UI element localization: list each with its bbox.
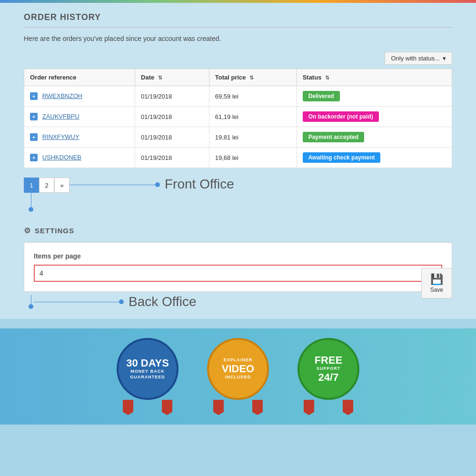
table-body: + RWEXBNZOH 01/19/2018 69,59 lei Deliver…: [24, 86, 452, 168]
settings-title: ⚙ SETTINGS: [24, 226, 452, 235]
table-cell-price: 19,81 lei: [209, 127, 297, 148]
expand-icon[interactable]: +: [30, 133, 38, 141]
badge-explainer: EXPLAINER VIDEO INCLUDED: [207, 338, 269, 415]
ribbon-left-3: [304, 400, 314, 415]
order-history-title: ORDER HISTORY: [24, 12, 452, 22]
table-cell-date: 01/19/2018: [135, 127, 209, 148]
badge-free: FREE: [315, 355, 343, 366]
intro-text: Here are the orders you've placed since …: [24, 35, 452, 42]
badges-section: 30 DAYS MONEY BACK GUARANTEED EXPLAINER …: [0, 328, 476, 425]
status-badge: On backorder (not paid): [303, 111, 379, 122]
table-header: Order reference Date ⇅ Total price ⇅ Sta…: [24, 69, 452, 86]
order-reference-link[interactable]: RWEXBNZOH: [42, 92, 82, 99]
items-per-page-input[interactable]: [34, 265, 442, 282]
connector-line-v2: [31, 295, 31, 304]
table-row: + RWEXBNZOH 01/19/2018 69,59 lei Deliver…: [24, 86, 452, 107]
table-cell-date: 01/19/2018: [135, 86, 209, 107]
table-cell-status: Payment accepted: [297, 127, 452, 148]
badge-circle-blue: 30 DAYS MONEY BACK GUARANTEED: [117, 338, 178, 400]
status-badge: Awaiting check payment: [303, 152, 381, 163]
pagination: 12»: [24, 178, 69, 193]
badge-included: INCLUDED: [225, 375, 251, 380]
pagination-area: 12» Front Office: [24, 178, 452, 212]
table-cell-status: On backorder (not paid): [297, 107, 452, 127]
badge-days: 30 DAYS: [126, 357, 169, 369]
table-cell-price: 61,19 lei: [209, 107, 297, 127]
col-header-reference: Order reference: [24, 69, 135, 86]
table-cell-status: Delivered: [297, 86, 452, 107]
sort-icon-status[interactable]: ⇅: [325, 75, 329, 81]
page-button-»[interactable]: »: [54, 178, 69, 193]
status-badge: Payment accepted: [303, 132, 364, 142]
table-cell-price: 69,59 lei: [209, 86, 297, 107]
page-button-2[interactable]: 2: [39, 178, 54, 193]
order-reference-link[interactable]: RINXFYWUY: [42, 133, 79, 140]
table-cell-status: Awaiting check payment: [297, 148, 452, 168]
connector-line-h2: [33, 302, 119, 302]
status-badge: Delivered: [303, 91, 340, 101]
back-office-connector: [24, 295, 33, 309]
badge-circle-green: FREE SUPPORT 24/7: [298, 338, 359, 400]
col-header-price: Total price ⇅: [209, 69, 297, 86]
chevron-down-icon: ▾: [443, 55, 446, 62]
table-cell-reference: + RINXFYWUY: [24, 127, 135, 148]
settings-box: Items per page: [24, 242, 452, 292]
front-office-label: Front Office: [165, 177, 234, 192]
expand-icon[interactable]: +: [30, 113, 38, 120]
table-cell-date: 01/19/2018: [135, 107, 209, 127]
connector-dot-back-right: [119, 299, 124, 304]
connector-line-h: [69, 185, 155, 185]
badge-support: FREE SUPPORT 24/7: [298, 338, 359, 415]
connector-dot-bottom: [29, 207, 33, 212]
back-office-area: Back Office 💾 Save: [24, 294, 452, 309]
badge-circle-orange: EXPLAINER VIDEO INCLUDED: [207, 338, 269, 400]
ribbon-left-2: [213, 400, 224, 415]
order-reference-link[interactable]: ZAUKVFBPU: [42, 113, 79, 120]
ribbon-row-2: [213, 400, 263, 415]
sort-icon-price[interactable]: ⇅: [249, 75, 254, 81]
table-cell-date: 01/19/2018: [135, 148, 209, 168]
connector-dot-right: [155, 182, 160, 187]
badge-guaranteed: GUARANTEED: [130, 375, 165, 380]
save-button[interactable]: 💾 Save: [421, 268, 452, 298]
page-button-1[interactable]: 1: [24, 178, 39, 193]
filter-button[interactable]: Only with status... ▾: [385, 52, 452, 65]
table-row: + ZAUKVFBPU 01/19/2018 61,19 lei On back…: [24, 107, 452, 127]
ribbon-left-1: [123, 400, 133, 415]
table-row: + RINXFYWUY 01/19/2018 19,81 lei Payment…: [24, 127, 452, 148]
ribbon-right-1: [162, 400, 172, 415]
order-reference-link[interactable]: USHKDONEB: [42, 154, 81, 161]
ribbon-right-2: [252, 400, 263, 415]
gear-icon: ⚙: [24, 226, 31, 235]
floppy-icon: 💾: [430, 273, 443, 286]
badge-video: VIDEO: [222, 363, 254, 375]
section-divider: [24, 27, 452, 28]
connector-dot-back: [29, 304, 33, 309]
save-label: Save: [430, 287, 443, 293]
table-cell-reference: + ZAUKVFBPU: [24, 107, 135, 127]
filter-row: Only with status... ▾: [24, 52, 452, 65]
expand-icon[interactable]: +: [30, 92, 38, 100]
table-cell-reference: + RWEXBNZOH: [24, 86, 135, 107]
pagination-column: 12»: [24, 178, 69, 212]
col-header-date: Date ⇅: [135, 69, 209, 86]
badge-money-back: 30 DAYS MONEY BACK GUARANTEED: [117, 338, 178, 415]
filter-button-label: Only with status...: [391, 55, 440, 62]
expand-icon[interactable]: +: [30, 154, 38, 161]
back-office-label: Back Office: [129, 294, 197, 309]
table-cell-reference: + USHKDONEB: [24, 148, 135, 168]
badge-247: 24/7: [318, 372, 339, 383]
table-cell-price: 19,68 lei: [209, 148, 297, 168]
ribbon-row-3: [304, 400, 353, 415]
main-content: ORDER HISTORY Here are the orders you've…: [0, 3, 476, 319]
ribbon-row-1: [123, 400, 172, 415]
items-per-page-label: Items per page: [34, 252, 442, 260]
settings-section: ⚙ SETTINGS Items per page Back Office 💾 …: [24, 226, 452, 309]
col-header-status: Status ⇅: [297, 69, 452, 86]
table-row: + USHKDONEB 01/19/2018 19,68 lei Awaitin…: [24, 148, 452, 168]
sort-icon-date[interactable]: ⇅: [158, 75, 162, 81]
badge-money-back-text: MONEY BACK: [130, 369, 164, 375]
order-table: Order reference Date ⇅ Total price ⇅ Sta…: [24, 69, 452, 168]
connector-line-v: [31, 193, 31, 207]
ribbon-right-3: [343, 400, 353, 415]
